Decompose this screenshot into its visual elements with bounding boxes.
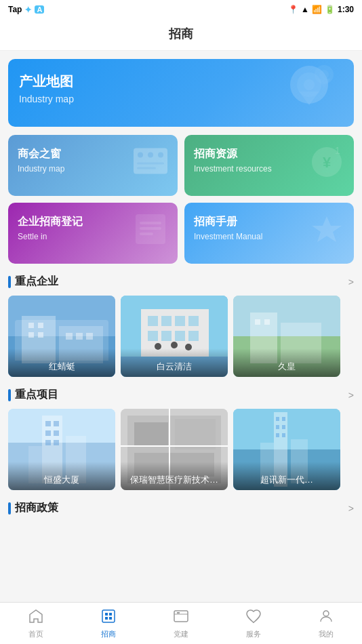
key-enterprises-more[interactable]: >	[348, 277, 354, 287]
chamber-card[interactable]: 商会之窗 Industry map	[8, 135, 178, 196]
enterprise-baiyunjie-label: 白云清洁	[121, 348, 228, 377]
svg-marker-20	[312, 216, 342, 242]
svg-rect-27	[38, 332, 43, 338]
svg-rect-83	[105, 613, 108, 616]
nav-mine[interactable]: 我的	[289, 604, 362, 643]
tap-icon: ✦	[24, 5, 32, 15]
svg-rect-12	[137, 167, 156, 169]
time-display: 1:30	[338, 5, 354, 14]
svg-point-9	[148, 153, 153, 158]
svg-point-8	[138, 153, 143, 158]
project-baorui[interactable]: 保瑞智慧医疗新技术…	[121, 409, 228, 490]
svg-rect-60	[45, 440, 51, 445]
svg-rect-79	[282, 433, 285, 437]
page-header: 招商	[0, 19, 362, 51]
investment-policy-title: 招商政策	[8, 501, 58, 515]
svg-rect-61	[54, 440, 59, 445]
svg-text:1: 1	[335, 145, 340, 156]
chamber-icon	[130, 145, 171, 186]
main-content: 产业地图 Industry map 商会之窗 Industry map	[0, 51, 362, 569]
status-bar: Tap ✦ A 📍 ▲ 📶 🔋 1:30	[0, 0, 362, 19]
enterprise-baiyunjie[interactable]: 白云清洁	[121, 296, 228, 377]
nav-party[interactable]: 党建	[145, 604, 218, 643]
svg-text:¥: ¥	[323, 154, 331, 171]
signal-icon: 📶	[312, 5, 322, 14]
investment-policy-more[interactable]: >	[348, 503, 354, 514]
svg-rect-24	[28, 323, 34, 328]
svg-rect-26	[28, 332, 34, 338]
status-right: 📍 ▲ 📶 🔋 1:30	[288, 5, 354, 14]
svg-point-90	[323, 611, 329, 616]
nav-home[interactable]: 首页	[0, 604, 73, 643]
party-icon	[173, 608, 189, 627]
svg-rect-31	[86, 333, 93, 340]
wifi-icon: ▲	[301, 5, 309, 14]
bottom-nav: 首页 招商 党建 服务	[0, 602, 362, 644]
svg-rect-67	[175, 419, 216, 449]
project-hengsheng-label: 恒盛大厦	[8, 462, 115, 490]
investment-manual-card[interactable]: 招商手册 Investment Manual	[184, 203, 354, 264]
svg-rect-39	[148, 331, 158, 341]
svg-rect-17	[140, 222, 161, 224]
svg-rect-52	[264, 319, 270, 325]
page-title: 招商	[169, 27, 193, 41]
svg-rect-35	[148, 316, 158, 326]
svg-rect-38	[188, 316, 199, 326]
status-left: Tap ✦ A	[8, 5, 44, 15]
svg-rect-18	[140, 227, 161, 230]
map-decoration	[275, 61, 343, 125]
svg-rect-66	[134, 422, 168, 446]
investment-resources-card[interactable]: 招商资源 Investment resources ¥ 1	[184, 135, 354, 196]
svg-rect-74	[276, 417, 279, 421]
nav-investment[interactable]: 招商	[73, 604, 145, 643]
investment-icon	[100, 608, 117, 627]
svg-rect-84	[109, 613, 112, 616]
svg-point-45	[171, 342, 178, 348]
svg-rect-75	[282, 417, 285, 421]
mine-icon	[318, 608, 334, 627]
enterprise-hongqingting[interactable]: 红蜻蜓	[8, 296, 115, 377]
nav-service[interactable]: 服务	[217, 604, 289, 643]
svg-point-5	[319, 70, 329, 79]
home-icon	[28, 608, 44, 627]
svg-rect-58	[45, 430, 51, 436]
svg-rect-86	[109, 617, 112, 620]
investment-policy-header: 招商政策 >	[8, 501, 354, 515]
nav-party-label: 党建	[174, 629, 188, 639]
svg-rect-78	[276, 433, 279, 437]
svg-rect-59	[54, 430, 59, 436]
svg-rect-57	[54, 421, 59, 426]
project-baorui-label: 保瑞智慧医疗新技术…	[121, 462, 228, 490]
nav-investment-label: 招商	[101, 629, 116, 639]
nav-mine-label: 我的	[319, 629, 334, 639]
enterprise-register-card[interactable]: 企业招商登记 Settle in	[8, 203, 178, 264]
a-icon: A	[35, 5, 44, 14]
svg-rect-11	[137, 163, 164, 165]
key-enterprises-list: 红蜻蜓	[8, 296, 354, 377]
nav-service-label: 服务	[246, 629, 261, 639]
hero-banner[interactable]: 产业地图 Industry map	[8, 59, 354, 127]
key-enterprises-title: 重点企业	[8, 275, 58, 289]
svg-rect-29	[66, 333, 73, 340]
project-chaoxun[interactable]: 超讯新一代…	[233, 409, 340, 490]
enterprise-jiuhuang[interactable]: 久皇	[233, 296, 340, 377]
key-projects-title: 重点项目	[8, 388, 58, 402]
battery-icon: 🔋	[325, 5, 335, 14]
svg-rect-85	[105, 617, 108, 620]
card-grid: 商会之窗 Industry map 招商资源 Investment resour…	[8, 135, 354, 264]
svg-rect-7	[134, 148, 167, 174]
svg-rect-41	[175, 331, 185, 341]
svg-rect-77	[282, 425, 285, 429]
svg-point-2	[304, 79, 315, 90]
project-hengsheng[interactable]: 恒盛大厦	[8, 409, 115, 490]
svg-rect-42	[188, 331, 199, 341]
investment-resources-icon: ¥ 1	[306, 143, 347, 188]
nav-home-label: 首页	[28, 629, 43, 639]
investment-manual-icon	[306, 211, 347, 256]
enterprise-register-icon	[130, 211, 171, 256]
svg-rect-87	[174, 611, 188, 622]
key-projects-more[interactable]: >	[348, 390, 354, 401]
svg-rect-56	[45, 421, 51, 426]
key-projects-list: 恒盛大厦 保瑞智慧医疗新技术…	[8, 409, 354, 490]
svg-rect-82	[102, 610, 115, 622]
